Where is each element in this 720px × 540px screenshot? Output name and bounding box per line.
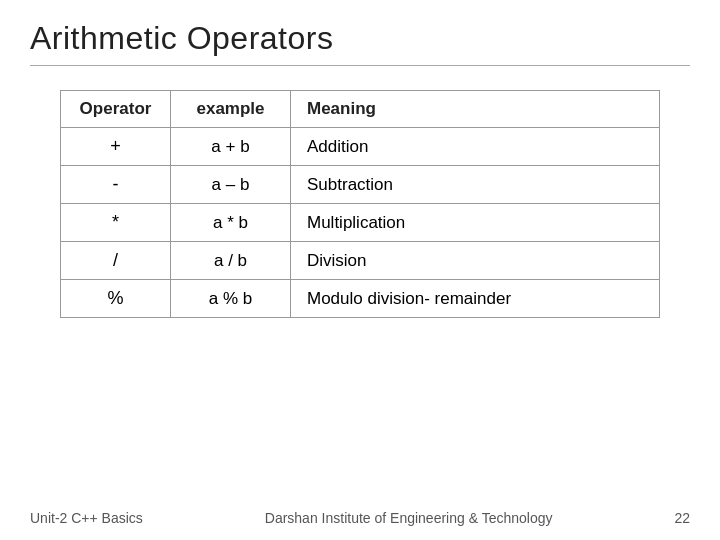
table-row: *a * bMultiplication bbox=[61, 204, 660, 242]
table-row: +a + bAddition bbox=[61, 128, 660, 166]
header-meaning: Meaning bbox=[291, 91, 660, 128]
cell-example: a / b bbox=[171, 242, 291, 280]
title-divider bbox=[30, 65, 690, 66]
page-container: Arithmetic Operators Operator example Me… bbox=[0, 0, 720, 540]
cell-operator: % bbox=[61, 280, 171, 318]
cell-meaning: Subtraction bbox=[291, 166, 660, 204]
footer-left: Unit-2 C++ Basics bbox=[30, 510, 143, 526]
operators-table: Operator example Meaning +a + bAddition-… bbox=[60, 90, 660, 318]
cell-operator: * bbox=[61, 204, 171, 242]
table-row: -a – bSubtraction bbox=[61, 166, 660, 204]
cell-example: a % b bbox=[171, 280, 291, 318]
cell-meaning: Multiplication bbox=[291, 204, 660, 242]
cell-example: a – b bbox=[171, 166, 291, 204]
footer-right: Darshan Institute of Engineering & Techn… bbox=[265, 510, 553, 526]
cell-meaning: Division bbox=[291, 242, 660, 280]
table-header-row: Operator example Meaning bbox=[61, 91, 660, 128]
cell-operator: / bbox=[61, 242, 171, 280]
footer-page: 22 bbox=[674, 510, 690, 526]
header-operator: Operator bbox=[61, 91, 171, 128]
cell-operator: + bbox=[61, 128, 171, 166]
cell-meaning: Addition bbox=[291, 128, 660, 166]
table-wrapper: Operator example Meaning +a + bAddition-… bbox=[60, 90, 660, 318]
cell-example: a + b bbox=[171, 128, 291, 166]
footer: Unit-2 C++ Basics Darshan Institute of E… bbox=[30, 510, 690, 526]
header-example: example bbox=[171, 91, 291, 128]
cell-meaning: Modulo division- remainder bbox=[291, 280, 660, 318]
page-title: Arithmetic Operators bbox=[30, 20, 690, 57]
cell-operator: - bbox=[61, 166, 171, 204]
table-row: %a % bModulo division- remainder bbox=[61, 280, 660, 318]
table-row: /a / bDivision bbox=[61, 242, 660, 280]
cell-example: a * b bbox=[171, 204, 291, 242]
